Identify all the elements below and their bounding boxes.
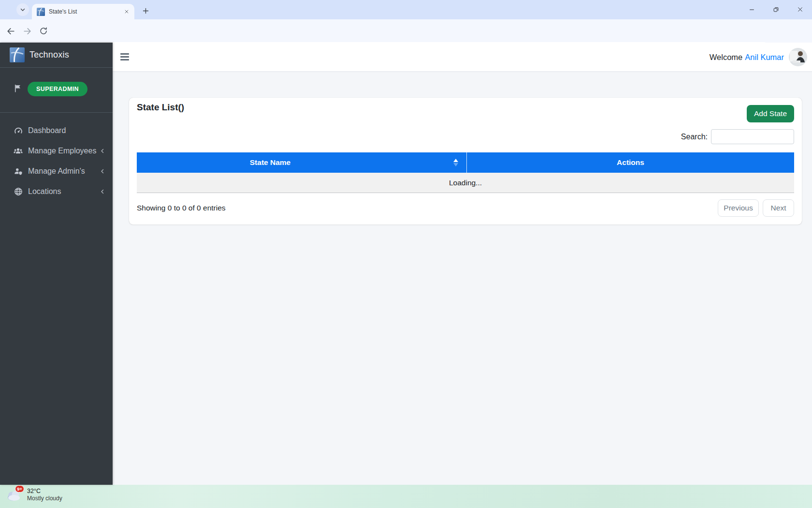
chevron-left-icon	[100, 168, 105, 174]
user-panel: SUPERADMIN	[0, 68, 113, 113]
app-header: Welcome Anil Kumar	[113, 43, 812, 72]
sidebar-item-dashboard[interactable]: Dashboard	[0, 120, 113, 141]
table-footer: Showing 0 to 0 of 0 entries Previous Nex…	[137, 199, 794, 217]
search-input[interactable]	[711, 129, 794, 144]
pagination: Previous Next	[718, 199, 794, 217]
window-close-button[interactable]	[789, 0, 811, 18]
new-tab-button[interactable]	[139, 4, 152, 17]
tab-close-icon[interactable]	[123, 8, 130, 15]
brand-name: Technoxis	[29, 50, 69, 60]
sidebar-item-label: Dashboard	[28, 126, 66, 135]
admin-user-icon	[13, 166, 23, 177]
state-list-card: State List() Add State Search: State Nam…	[129, 98, 802, 224]
sidebar: Technoxis SUPERADMIN Dashboard	[0, 43, 113, 485]
screen: State's List	[0, 0, 812, 508]
search-label: Search:	[681, 133, 708, 141]
sidebar-item-label: Manage Employees	[28, 147, 96, 155]
content-area: State List() Add State Search: State Nam…	[113, 72, 812, 485]
notification-badge: 9+	[15, 485, 24, 493]
add-state-button[interactable]: Add State	[747, 105, 794, 122]
globe-icon	[13, 187, 23, 197]
chevron-left-icon	[100, 189, 105, 194]
page-title: State List()	[137, 102, 184, 113]
chevron-left-icon	[100, 148, 105, 154]
close-icon	[797, 6, 803, 13]
loading-text: Loading...	[449, 179, 482, 187]
reload-button[interactable]	[37, 24, 50, 38]
back-arrow-icon	[6, 27, 15, 36]
flag-icon	[13, 83, 22, 93]
tab-search-button[interactable]	[16, 3, 29, 16]
column-header-actions[interactable]: Actions	[466, 152, 794, 173]
speedometer-icon	[13, 126, 23, 136]
sidebar-nav: Dashboard Manage Employees Manage Admin	[0, 113, 113, 202]
restore-icon	[773, 6, 779, 13]
app-page: Technoxis SUPERADMIN Dashboard	[0, 43, 812, 485]
welcome-label: Welcome	[710, 53, 742, 62]
cloud-weather-icon: 9+	[6, 486, 23, 504]
weather-widget[interactable]: 9+ 32°C Mostly cloudy	[6, 486, 62, 504]
table-search: Search:	[681, 129, 794, 144]
column-header-state-name[interactable]: State Name	[137, 152, 466, 173]
previous-page-button[interactable]: Previous	[718, 199, 759, 217]
role-badge: SUPERADMIN	[28, 82, 87, 96]
browser-tab[interactable]: State's List	[32, 4, 134, 19]
sort-icon	[453, 159, 458, 166]
brand[interactable]: Technoxis	[0, 43, 113, 68]
sidebar-item-locations[interactable]: Locations	[0, 181, 113, 202]
table-loading-row: Loading...	[137, 173, 794, 193]
weather-temp: 32°C	[27, 488, 62, 495]
technoxis-logo-icon	[10, 47, 25, 62]
column-label: Actions	[617, 158, 644, 167]
sidebar-item-label: Manage Admin's	[28, 167, 85, 176]
sidebar-item-label: Locations	[28, 187, 61, 196]
forward-button[interactable]	[20, 24, 34, 38]
browser-tabstrip: State's List	[0, 0, 812, 19]
browser-toolbar: localhost:7191/Locations/StateList/2065	[0, 19, 812, 43]
column-label: State Name	[250, 158, 290, 167]
sidebar-item-manage-employees[interactable]: Manage Employees	[0, 141, 113, 161]
welcome-text: Welcome Anil Kumar	[710, 43, 784, 72]
state-table: State Name Actions Loading...	[137, 152, 794, 193]
taskbar: 9+ 32°C Mostly cloudy Search	[0, 485, 812, 508]
table-header-row: State Name Actions	[137, 152, 794, 173]
entries-info: Showing 0 to 0 of 0 entries	[137, 199, 226, 217]
weather-condition: Mostly cloudy	[27, 495, 62, 502]
chevron-down-icon	[20, 7, 26, 13]
plus-icon	[142, 7, 149, 15]
users-icon	[13, 146, 23, 156]
reload-icon	[39, 27, 48, 35]
window-restore-button[interactable]	[765, 0, 787, 18]
sidebar-item-manage-admins[interactable]: Manage Admin's	[0, 161, 113, 181]
forward-arrow-icon	[23, 27, 32, 36]
minimize-icon	[749, 6, 755, 13]
back-button[interactable]	[4, 24, 17, 38]
next-page-button[interactable]: Next	[763, 199, 794, 217]
hamburger-menu-icon[interactable]	[120, 53, 129, 60]
user-avatar[interactable]	[789, 48, 807, 66]
tab-title: State's List	[49, 8, 123, 15]
technoxis-favicon-icon	[37, 8, 45, 16]
user-name-link[interactable]: Anil Kumar	[745, 53, 784, 62]
window-minimize-button[interactable]	[740, 0, 763, 18]
